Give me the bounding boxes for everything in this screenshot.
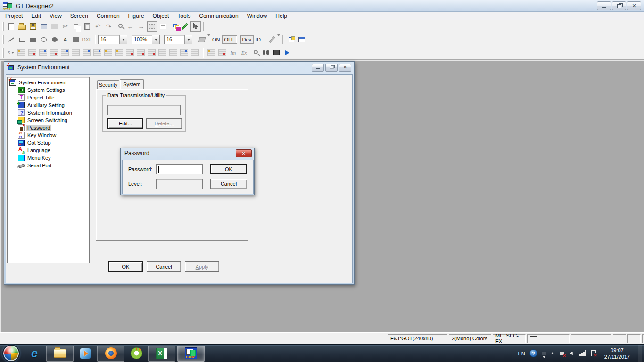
window-tray-icon[interactable] (542, 352, 546, 355)
numerical-display-button[interactable] (27, 48, 38, 58)
next-screen-button[interactable]: → (136, 21, 147, 32)
edit-button[interactable]: Edit... (107, 118, 143, 129)
chevron-down-icon[interactable] (119, 35, 127, 44)
date-display-button[interactable] (49, 48, 59, 58)
floating-alarm-button[interactable] (146, 48, 157, 58)
menu-common[interactable]: Common (92, 12, 124, 20)
report-button[interactable] (190, 48, 200, 58)
apply-button[interactable]: Apply (185, 261, 219, 272)
chevron-down-icon[interactable] (152, 35, 159, 44)
action-center-flag-icon[interactable] (591, 350, 596, 356)
system-environment-titlebar[interactable]: ✓ System Environment ✕ (4, 62, 354, 73)
comment-bit-button[interactable] (81, 48, 92, 58)
taskbar-windows-explorer[interactable] (46, 346, 74, 362)
redo-button[interactable]: ↷ (103, 21, 114, 32)
tree-item-system-settings[interactable]: System Settings (8, 86, 88, 94)
help-tray-icon[interactable]: ? (529, 349, 537, 357)
circle-tool-button[interactable] (38, 34, 49, 45)
line-tool-button[interactable] (6, 34, 17, 45)
clock[interactable]: 09:07 27/11/2017 (601, 347, 634, 360)
dialog-restore-button[interactable] (325, 64, 338, 72)
alarm-history-button[interactable] (124, 48, 135, 58)
screen-image-list-button[interactable] (168, 21, 179, 32)
device-off-toggle[interactable]: OFF (222, 35, 237, 44)
data-transmission-field[interactable] (107, 105, 181, 115)
menu-window[interactable]: Window (243, 12, 272, 20)
new-report-screen-button[interactable] (206, 48, 217, 58)
fit-screen-button[interactable] (147, 21, 157, 32)
parts-display-button[interactable] (103, 48, 114, 58)
dialog-minimize-button[interactable] (312, 64, 324, 72)
close-button[interactable]: ✕ (627, 1, 641, 10)
tree-item-password[interactable]: Password (8, 124, 88, 132)
copy-button[interactable] (71, 21, 82, 32)
undo-button[interactable]: ↶ (92, 21, 103, 32)
data-view-button[interactable] (297, 34, 307, 45)
previous-screen-button[interactable]: ← (125, 21, 136, 32)
tab-security[interactable]: Security (97, 80, 119, 89)
show-hidden-icons-arrow[interactable] (551, 352, 554, 354)
screen-number-combo[interactable]: 16 (98, 35, 127, 44)
delete-button[interactable]: Delete... (146, 118, 182, 129)
tree-item-system-information[interactable]: System Information (8, 109, 88, 116)
tree-item-auxiliary-setting[interactable]: Auxiliary Setting (8, 101, 88, 109)
menu-figure[interactable]: Figure (124, 12, 149, 20)
level-input[interactable] (156, 179, 203, 189)
toolbar-grip[interactable] (2, 22, 4, 31)
menu-view[interactable]: View (45, 12, 66, 20)
chevron-down-icon[interactable] (277, 36, 280, 43)
menu-communication[interactable]: Communication (195, 12, 242, 20)
tree-item-menu-key[interactable]: Menu Key (8, 154, 88, 162)
device-view-toggle[interactable]: Dev (240, 35, 254, 44)
menu-edit[interactable]: Edit (27, 12, 45, 20)
new-window-button[interactable] (286, 34, 297, 45)
cut-button[interactable]: ✂ (60, 21, 71, 32)
dialog-close-button[interactable]: ✕ (339, 64, 351, 72)
tree-item-key-window[interactable]: Key Window (8, 132, 88, 139)
tree-item-screen-switching[interactable]: Screen Switching (8, 116, 88, 124)
password-input[interactable] (156, 164, 203, 174)
screen-preview-button[interactable] (249, 48, 260, 58)
comment-word-button[interactable] (92, 48, 103, 58)
id-view-label[interactable]: ID (254, 36, 263, 43)
taskbar-firefox[interactable] (97, 346, 124, 362)
tree-item-language[interactable]: Language (8, 147, 88, 154)
network-signal-icon[interactable] (579, 350, 586, 356)
zoom-combo[interactable]: 100% (132, 35, 160, 44)
fill-color-button[interactable] (197, 34, 207, 45)
alarm-list-button[interactable] (135, 48, 146, 58)
data-list-button[interactable] (217, 48, 228, 58)
export-button[interactable]: Ex (239, 48, 249, 58)
dxf-import-button[interactable]: DXF (82, 34, 92, 45)
password-ok-button[interactable]: OK (210, 164, 247, 174)
removable-device-icon[interactable] (559, 351, 565, 356)
time-display-button[interactable] (59, 48, 70, 58)
import-button[interactable]: Im (228, 48, 239, 58)
select-cursor-button[interactable] (190, 21, 201, 32)
taskbar-internet-explorer[interactable]: e (25, 346, 44, 362)
password-dialog-titlebar[interactable]: Password (121, 148, 254, 158)
menu-tools[interactable]: Tools (173, 12, 195, 20)
toolbar-grip[interactable] (2, 48, 4, 58)
save-button[interactable] (27, 21, 38, 32)
panelmeter-button[interactable] (168, 48, 179, 58)
graph-button[interactable] (179, 48, 190, 58)
menu-project[interactable]: Project (1, 12, 27, 20)
line-style-button[interactable] (266, 34, 277, 45)
rectangle-tool-button[interactable] (17, 34, 27, 45)
menu-screen[interactable]: Screen (66, 12, 92, 20)
taskbar-media-player[interactable] (75, 346, 95, 362)
open-button[interactable] (17, 21, 27, 32)
level-object-button[interactable] (157, 48, 168, 58)
volume-icon[interactable] (570, 352, 573, 355)
tree-item-project-title[interactable]: Project Title (8, 94, 88, 101)
minimize-button[interactable] (597, 1, 611, 10)
device-on-label[interactable]: ON (210, 36, 222, 43)
show-desktop-button[interactable] (638, 345, 642, 362)
paint-tool-button[interactable] (71, 34, 82, 45)
menu-object[interactable]: Object (149, 12, 173, 20)
taskbar-excel[interactable]: X (148, 346, 175, 362)
save-screen-image-button[interactable] (38, 21, 49, 32)
start-button[interactable] (2, 345, 20, 362)
next-object-button[interactable] (282, 48, 293, 58)
